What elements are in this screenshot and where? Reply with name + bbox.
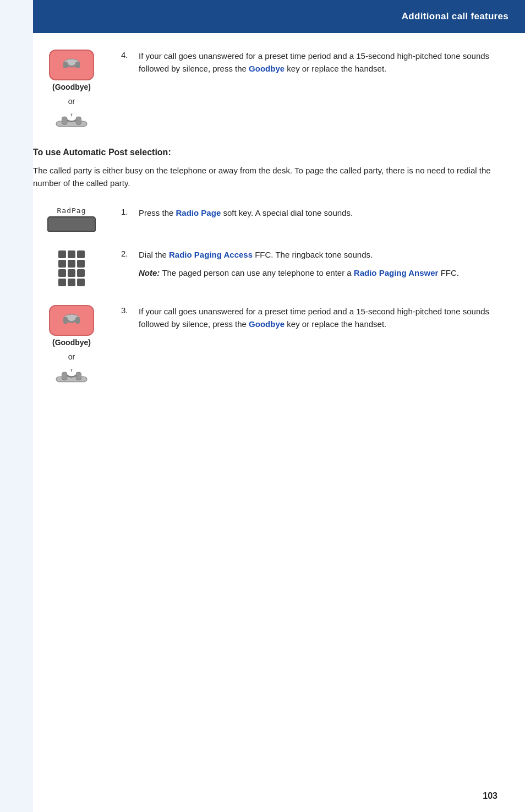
svg-rect-5 <box>76 117 81 124</box>
step1-content: Press the Radio Page soft key. A special… <box>139 206 492 219</box>
svg-rect-8 <box>63 317 68 324</box>
step2-text-after1: FFC. The ringback tone sounds. <box>253 250 373 259</box>
step-row-1: RadPag 1. Press the Radio Page soft key.… <box>33 206 492 232</box>
section2-intro: The called party is either busy on the t… <box>33 164 492 190</box>
key-0 <box>68 279 75 286</box>
page-header: Additional call features <box>0 0 525 33</box>
numeric-keypad-icon <box>58 250 85 286</box>
softkey-screen-label: RadPag <box>57 206 86 215</box>
phone-cradle-icon-2 <box>54 364 89 386</box>
phone-handset-icon <box>60 56 83 74</box>
svg-rect-12 <box>76 372 81 380</box>
softkey-key-body <box>47 216 96 232</box>
page-title: Additional call features <box>402 11 508 22</box>
key-9 <box>77 269 85 277</box>
step-row-4: (Goodbye) or 4. If your call goes unansw… <box>33 50 492 131</box>
svg-marker-13 <box>70 369 72 372</box>
goodbye-button-image-2 <box>49 305 94 336</box>
step2-content: Dial the Radio Paging Access FFC. The ri… <box>139 248 492 280</box>
step4-content: If your call goes unanswered for a prese… <box>139 50 492 75</box>
key-star <box>58 279 66 286</box>
step4-number: 4. <box>121 50 134 59</box>
step3-image: (Goodbye) or <box>33 305 110 386</box>
section2-heading: To use Automatic Post selection: <box>33 148 492 157</box>
phone-handset-icon-2 <box>60 312 83 329</box>
step3-highlight: Goodbye <box>249 319 285 329</box>
step2-text-before: Dial the <box>139 250 169 259</box>
step1-number: 1. <box>121 206 134 216</box>
step3-text-area: 3. If your call goes unanswered for a pr… <box>121 305 492 331</box>
step1-image: RadPag <box>33 206 110 232</box>
step2-note-label: Note: <box>139 268 160 277</box>
step3-text-after: key or replace the handset. <box>285 319 386 329</box>
step2-note-text: The paged person can use any telephone t… <box>160 268 354 277</box>
step2-main-text: Dial the Radio Paging Access FFC. The ri… <box>139 248 492 261</box>
goodbye-label: (Goodbye) <box>52 83 91 91</box>
page-number: 103 <box>483 791 497 800</box>
step-row-3: (Goodbye) or 3. If your call goes unansw… <box>33 305 492 386</box>
svg-marker-6 <box>70 113 72 117</box>
svg-rect-1 <box>63 62 68 68</box>
goodbye-label-2: (Goodbye) <box>52 338 91 347</box>
step4-text-area: 4. If your call goes unanswered for a pr… <box>121 50 492 75</box>
key-3 <box>77 250 85 258</box>
step2-image <box>33 248 110 288</box>
step2-highlight2: Radio Paging Answer <box>354 268 439 277</box>
page-footer: 103 <box>483 791 497 801</box>
step2-note: Note: The paged person can use any telep… <box>139 266 492 279</box>
key-6 <box>77 260 85 268</box>
or-text-2: or <box>68 352 75 361</box>
step2-number: 2. <box>121 248 134 258</box>
step4-image: (Goodbye) or <box>33 50 110 131</box>
step3-content: If your call goes unanswered for a prese… <box>139 305 492 331</box>
step4-text-after: key or replace the handset. <box>285 64 386 73</box>
key-2 <box>68 250 75 258</box>
step2-note-text2: FFC. <box>438 268 459 277</box>
step3-number: 3. <box>121 305 134 315</box>
key-4 <box>58 260 66 268</box>
svg-rect-9 <box>75 317 80 324</box>
key-1 <box>58 250 66 258</box>
key-7 <box>58 269 66 277</box>
goodbye-button-image <box>49 50 94 80</box>
svg-rect-11 <box>62 372 67 380</box>
key-5 <box>68 260 75 268</box>
step4-highlight: Goodbye <box>249 64 285 73</box>
step1-highlight1: Radio Page <box>176 208 221 217</box>
step2-highlight1: Radio Paging Access <box>169 250 253 259</box>
left-accent-strip <box>0 0 33 812</box>
step1-text-area: 1. Press the Radio Page soft key. A spec… <box>121 206 492 219</box>
key-8 <box>68 269 75 277</box>
main-content: (Goodbye) or 4. If your call goes unansw… <box>0 33 525 447</box>
softkey-button-image: RadPag <box>44 206 99 232</box>
key-pound <box>77 279 85 286</box>
step-row-2: 2. Dial the Radio Paging Access FFC. The… <box>33 248 492 288</box>
step2-text-area: 2. Dial the Radio Paging Access FFC. The… <box>121 248 492 280</box>
step1-text-after: soft key. A special dial tone sounds. <box>221 208 353 217</box>
svg-rect-2 <box>75 62 80 68</box>
or-text-1: or <box>68 97 75 106</box>
step1-text-before: Press the <box>139 208 176 217</box>
phone-cradle-icon <box>54 109 89 131</box>
svg-rect-4 <box>62 117 67 124</box>
